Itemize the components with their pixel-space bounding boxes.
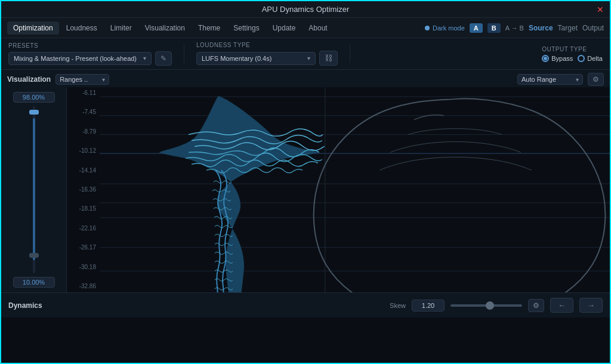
preset-select[interactable]: Mixing & Mastering - Present (look-ahead… — [8, 52, 152, 65]
output-label: Output type — [542, 46, 603, 53]
y-label-1: -7.45 — [67, 109, 100, 115]
skew-label: Skew — [390, 302, 406, 309]
bottom-bar: Dynamics Skew 1.20 ⚙ ← → — [1, 292, 610, 317]
chart-area: -6.11 -7.45 -8.79 -10.12 -14.14 -16.36 -… — [67, 87, 610, 292]
slider-top-value: 98.00% — [13, 92, 55, 103]
close-button[interactable]: ✕ — [597, 5, 604, 14]
link-icon: ⛓ — [325, 54, 332, 63]
preset-value: Mixing & Mastering - Present (look-ahead… — [14, 55, 137, 62]
menu-item-loudness[interactable]: Loudness — [60, 21, 103, 35]
presets-label: Presets — [8, 42, 172, 49]
y-label-10: -32.86 — [67, 283, 100, 289]
menu-item-optimization[interactable]: Optimization — [7, 21, 59, 35]
bypass-radio[interactable] — [542, 55, 549, 62]
skew-slider-thumb[interactable] — [486, 301, 494, 310]
skew-value: 1.20 — [412, 300, 445, 311]
slider-thumb-bottom[interactable] — [29, 253, 39, 258]
slider-thumb-top[interactable] — [29, 110, 39, 115]
toolbar-divider-2 — [350, 45, 350, 63]
loudness-value: LUFS Momentary (0.4s) — [202, 55, 271, 62]
auto-range-label: Auto Range — [521, 76, 556, 83]
dark-mode-toggle[interactable]: Dark mode — [425, 24, 465, 32]
toolbar: Presets Mixing & Mastering - Present (lo… — [1, 38, 610, 70]
y-label-0: -6.11 — [67, 90, 100, 96]
skew-slider[interactable] — [450, 304, 522, 307]
loudness-chevron: ▾ — [307, 55, 310, 61]
output-section: Output type Bypass Delta — [542, 46, 603, 62]
bypass-label: Bypass — [551, 55, 573, 62]
ab-arrow-label: A → B — [505, 24, 524, 32]
viz-top-row: Visualization Ranges .. ▾ Auto Range ▾ ⚙ — [1, 70, 610, 87]
output-row: Bypass Delta — [542, 55, 603, 62]
target-button[interactable]: Target — [558, 24, 578, 32]
viz-left: Visualization Ranges .. ▾ — [7, 74, 109, 85]
y-label-4: -14.14 — [67, 168, 100, 174]
left-waveform — [159, 96, 324, 292]
y-label-5: -16.36 — [67, 187, 100, 193]
bypass-option[interactable]: Bypass — [542, 55, 573, 62]
menu-item-limiter[interactable]: Limiter — [104, 21, 138, 35]
slider-track — [33, 106, 35, 273]
dynamics-label: Dynamics — [8, 301, 42, 310]
ranges-select[interactable]: Ranges .. ▾ — [55, 74, 109, 85]
forward-button[interactable]: → — [579, 298, 603, 313]
menu-item-settings[interactable]: Settings — [227, 21, 265, 35]
preset-chevron: ▾ — [143, 55, 146, 61]
loudness-label: Loudness type — [196, 42, 338, 48]
slider-panel: 98.00% 10.00% — [1, 87, 67, 292]
viz-gear-button[interactable]: ⚙ — [588, 73, 604, 86]
source-button[interactable]: Source — [529, 24, 553, 32]
auto-range-select[interactable]: Auto Range ▾ — [517, 74, 583, 85]
viz-title: Visualization — [7, 75, 51, 84]
y-label-7: -22.16 — [67, 226, 100, 232]
loudness-section: Loudness type LUFS Momentary (0.4s) ▾ ⛓ — [196, 42, 338, 66]
ab-button-b[interactable]: B — [487, 23, 501, 33]
title-bar: APU Dynamics Optimizer ✕ — [1, 1, 610, 18]
ab-button-a[interactable]: A — [470, 23, 483, 33]
y-label-3: -10.12 — [67, 148, 100, 154]
y-label-8: -26.17 — [67, 245, 100, 251]
dark-mode-indicator — [425, 26, 430, 30]
menu-item-about[interactable]: About — [303, 21, 333, 35]
y-label-6: -18.15 — [67, 206, 100, 212]
app-title: APU Dynamics Optimizer — [262, 5, 350, 14]
link-button[interactable]: ⛓ — [319, 51, 338, 66]
loudness-row: LUFS Momentary (0.4s) ▾ ⛓ — [196, 51, 338, 66]
delta-radio[interactable] — [578, 55, 585, 62]
dynamics-gear-button[interactable]: ⚙ — [528, 299, 544, 312]
main-content: 98.00% 10.00% -6.11 -7.45 -8.79 -10.12 -… — [1, 87, 610, 292]
menu-right: Dark mode A B A → B Source Target Output — [425, 23, 604, 33]
menu-item-visualization[interactable]: Visualization — [139, 21, 191, 35]
toolbar-divider-1 — [184, 45, 184, 63]
menu-bar: Optimization Loudness Limiter Visualizat… — [1, 18, 610, 38]
waveform-canvas — [100, 87, 610, 292]
delta-label: Delta — [587, 55, 603, 62]
presets-section: Presets Mixing & Mastering - Present (lo… — [8, 42, 172, 66]
menu-item-theme[interactable]: Theme — [192, 21, 226, 35]
right-waveform — [314, 98, 606, 292]
dark-mode-label: Dark mode — [433, 24, 465, 32]
auto-range-chevron: ▾ — [576, 76, 579, 83]
menu-items: Optimization Loudness Limiter Visualizat… — [7, 21, 425, 35]
y-label-9: -30.18 — [67, 264, 100, 270]
viz-right: Auto Range ▾ ⚙ — [517, 73, 604, 86]
delta-option[interactable]: Delta — [578, 55, 603, 62]
menu-item-update[interactable]: Update — [267, 21, 302, 35]
slider-fill — [33, 118, 35, 260]
edit-button[interactable]: ✎ — [155, 51, 172, 66]
y-label-2: -8.79 — [67, 129, 100, 135]
y-axis: -6.11 -7.45 -8.79 -10.12 -14.14 -16.36 -… — [67, 87, 100, 292]
loudness-select[interactable]: LUFS Momentary (0.4s) ▾ — [196, 52, 316, 65]
slider-bottom-value: 10.00% — [13, 277, 55, 288]
preset-row: Mixing & Mastering - Present (look-ahead… — [8, 51, 172, 66]
back-button[interactable]: ← — [550, 298, 573, 313]
vertical-slider[interactable] — [33, 106, 35, 273]
ranges-chevron: ▾ — [102, 76, 105, 83]
ranges-label: Ranges .. — [60, 76, 88, 83]
output-button[interactable]: Output — [582, 24, 604, 32]
